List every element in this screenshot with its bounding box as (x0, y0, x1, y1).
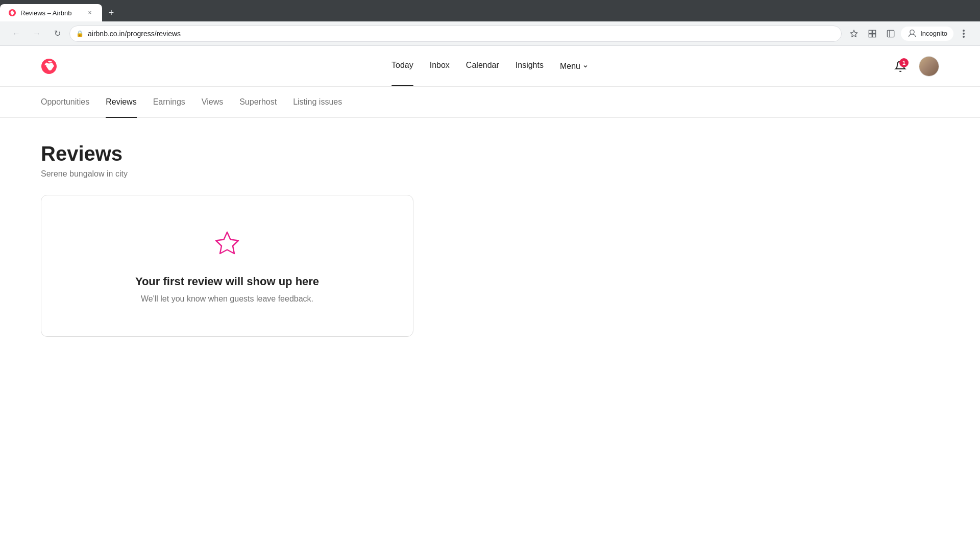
incognito-label: Incognito (920, 30, 947, 37)
tab-superhost[interactable]: Superhost (239, 87, 277, 118)
empty-reviews-card: Your first review will show up here We'l… (41, 195, 413, 337)
extensions-button[interactable] (864, 26, 880, 42)
main-content: Reviews Serene bungalow in city Your fir… (0, 118, 980, 361)
empty-review-subtitle: We'll let you know when guests leave fee… (141, 294, 313, 304)
more-button[interactable] (955, 26, 972, 42)
page-subtitle: Serene bungalow in city (41, 169, 939, 179)
forward-button: → (29, 26, 45, 42)
svg-rect-5 (888, 30, 894, 37)
new-tab-button[interactable]: + (104, 6, 118, 20)
notification-badge: 1 (899, 58, 909, 67)
active-tab[interactable]: Reviews – Airbnb × (0, 4, 102, 21)
svg-rect-1 (869, 30, 872, 33)
svg-point-9 (963, 33, 965, 35)
header-actions: 1 (890, 56, 939, 77)
incognito-button[interactable]: Incognito (901, 27, 953, 41)
nav-menu-label: Menu (560, 62, 580, 71)
tab-bar: Reviews – Airbnb × + (0, 0, 980, 21)
tab-views[interactable]: Views (202, 87, 223, 118)
empty-review-title: Your first review will show up here (135, 275, 319, 288)
nav-insights[interactable]: Insights (516, 61, 544, 72)
back-button: ← (8, 26, 24, 42)
notifications-button[interactable]: 1 (890, 56, 911, 77)
bookmark-button[interactable] (846, 26, 862, 42)
app: Today Inbox Calendar Insights Menu 1 (0, 46, 980, 551)
nav-bar: ← → ↻ 🔒 airbnb.co.in/progress/reviews (0, 21, 980, 46)
lock-icon: 🔒 (76, 30, 84, 37)
airbnb-logo[interactable] (41, 58, 57, 74)
svg-point-8 (963, 30, 965, 32)
svg-point-7 (910, 30, 914, 34)
sidebar-button[interactable] (883, 26, 899, 42)
nav-today[interactable]: Today (391, 61, 413, 72)
star-icon (211, 228, 243, 263)
avatar[interactable] (919, 56, 939, 77)
nav-inbox[interactable]: Inbox (430, 61, 450, 72)
refresh-button[interactable]: ↻ (49, 26, 65, 42)
tab-favicon (8, 9, 16, 17)
svg-rect-4 (873, 34, 876, 37)
app-header: Today Inbox Calendar Insights Menu 1 (0, 46, 980, 87)
tab-reviews[interactable]: Reviews (106, 87, 136, 118)
tab-close-btn[interactable]: × (86, 9, 94, 17)
tab-listing-issues[interactable]: Listing issues (293, 87, 342, 118)
page-tabs: Opportunities Reviews Earnings Views Sup… (0, 87, 980, 118)
page-title: Reviews (41, 142, 939, 165)
svg-rect-3 (869, 34, 872, 37)
tab-opportunities[interactable]: Opportunities (41, 87, 89, 118)
address-bar[interactable]: 🔒 airbnb.co.in/progress/reviews (69, 26, 842, 42)
avatar-image (919, 57, 939, 76)
svg-rect-2 (873, 30, 876, 33)
nav-calendar[interactable]: Calendar (466, 61, 499, 72)
nav-actions: Incognito (846, 26, 972, 42)
main-nav: Today Inbox Calendar Insights Menu (391, 61, 589, 72)
incognito-icon (907, 29, 917, 39)
nav-menu[interactable]: Menu (560, 62, 589, 71)
address-text: airbnb.co.in/progress/reviews (88, 30, 835, 38)
chevron-down-icon (582, 63, 589, 69)
tab-title: Reviews – Airbnb (20, 9, 82, 17)
svg-point-10 (963, 36, 965, 38)
tab-earnings[interactable]: Earnings (153, 87, 185, 118)
browser-chrome: Reviews – Airbnb × + ← → ↻ 🔒 airbnb.co.i… (0, 0, 980, 46)
svg-marker-0 (851, 30, 857, 37)
